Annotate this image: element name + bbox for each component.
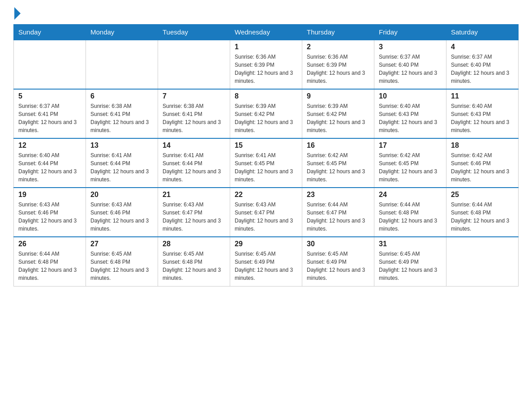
day-number: 22 [235,191,297,199]
day-info: Sunrise: 6:37 AM Sunset: 6:40 PM Dayligh… [451,53,514,85]
day-info: Sunrise: 6:43 AM Sunset: 6:46 PM Dayligh… [90,201,153,233]
day-number: 31 [379,240,442,248]
calendar-cell: 18Sunrise: 6:42 AM Sunset: 6:46 PM Dayli… [446,138,519,188]
day-number: 21 [163,191,225,199]
weekday-header-thursday: Thursday [302,25,374,40]
day-info: Sunrise: 6:43 AM Sunset: 6:47 PM Dayligh… [235,201,297,233]
day-info: Sunrise: 6:40 AM Sunset: 6:43 PM Dayligh… [451,102,514,134]
weekday-header-saturday: Saturday [446,25,519,40]
day-number: 29 [235,240,297,248]
calendar-week-row: 26Sunrise: 6:44 AM Sunset: 6:48 PM Dayli… [14,237,519,286]
day-number: 4 [451,43,514,51]
day-info: Sunrise: 6:45 AM Sunset: 6:49 PM Dayligh… [307,250,369,282]
day-number: 26 [18,240,81,248]
calendar-cell: 8Sunrise: 6:39 AM Sunset: 6:42 PM Daylig… [230,89,302,138]
calendar-cell: 14Sunrise: 6:41 AM Sunset: 6:44 PM Dayli… [158,138,230,188]
calendar-cell: 6Sunrise: 6:38 AM Sunset: 6:41 PM Daylig… [86,89,158,138]
calendar-cell: 25Sunrise: 6:44 AM Sunset: 6:48 PM Dayli… [446,188,519,237]
day-info: Sunrise: 6:44 AM Sunset: 6:48 PM Dayligh… [18,250,81,282]
day-number: 24 [379,191,442,199]
calendar-cell [14,40,86,89]
calendar-cell: 10Sunrise: 6:40 AM Sunset: 6:43 PM Dayli… [374,89,446,138]
day-number: 17 [379,141,442,150]
day-info: Sunrise: 6:45 AM Sunset: 6:48 PM Dayligh… [90,250,153,282]
day-number: 13 [90,141,153,150]
calendar-cell: 15Sunrise: 6:41 AM Sunset: 6:45 PM Dayli… [230,138,302,188]
day-info: Sunrise: 6:37 AM Sunset: 6:41 PM Dayligh… [18,102,81,134]
calendar-cell: 30Sunrise: 6:45 AM Sunset: 6:49 PM Dayli… [302,237,374,286]
calendar-cell: 9Sunrise: 6:39 AM Sunset: 6:42 PM Daylig… [302,89,374,138]
day-number: 6 [90,92,153,100]
calendar-cell: 19Sunrise: 6:43 AM Sunset: 6:46 PM Dayli… [14,188,86,237]
calendar-cell: 28Sunrise: 6:45 AM Sunset: 6:48 PM Dayli… [158,237,230,286]
day-info: Sunrise: 6:45 AM Sunset: 6:49 PM Dayligh… [379,250,442,282]
day-info: Sunrise: 6:41 AM Sunset: 6:44 PM Dayligh… [163,151,225,184]
day-info: Sunrise: 6:45 AM Sunset: 6:49 PM Dayligh… [235,250,297,282]
day-info: Sunrise: 6:42 AM Sunset: 6:46 PM Dayligh… [451,151,514,184]
day-number: 7 [163,92,225,100]
calendar-cell: 17Sunrise: 6:42 AM Sunset: 6:45 PM Dayli… [374,138,446,188]
day-info: Sunrise: 6:42 AM Sunset: 6:45 PM Dayligh… [379,151,442,184]
day-info: Sunrise: 6:43 AM Sunset: 6:46 PM Dayligh… [18,201,81,233]
calendar-cell: 12Sunrise: 6:40 AM Sunset: 6:44 PM Dayli… [14,138,86,188]
day-info: Sunrise: 6:41 AM Sunset: 6:44 PM Dayligh… [90,151,153,184]
calendar-cell: 27Sunrise: 6:45 AM Sunset: 6:48 PM Dayli… [86,237,158,286]
day-number: 14 [163,141,225,150]
calendar-cell: 29Sunrise: 6:45 AM Sunset: 6:49 PM Dayli… [230,237,302,286]
calendar-cell: 7Sunrise: 6:38 AM Sunset: 6:41 PM Daylig… [158,89,230,138]
day-info: Sunrise: 6:41 AM Sunset: 6:45 PM Dayligh… [235,151,297,184]
weekday-header-monday: Monday [86,25,158,40]
calendar-cell: 13Sunrise: 6:41 AM Sunset: 6:44 PM Dayli… [86,138,158,188]
day-number: 28 [163,240,225,248]
day-number: 27 [90,240,153,248]
calendar-cell: 23Sunrise: 6:44 AM Sunset: 6:47 PM Dayli… [302,188,374,237]
calendar-table: SundayMondayTuesdayWednesdayThursdayFrid… [13,24,519,287]
day-number: 9 [307,92,369,100]
calendar-week-row: 19Sunrise: 6:43 AM Sunset: 6:46 PM Dayli… [14,188,519,237]
calendar-week-row: 12Sunrise: 6:40 AM Sunset: 6:44 PM Dayli… [14,138,519,188]
calendar-cell: 16Sunrise: 6:42 AM Sunset: 6:45 PM Dayli… [302,138,374,188]
day-info: Sunrise: 6:39 AM Sunset: 6:42 PM Dayligh… [307,102,369,134]
calendar-cell [158,40,230,89]
day-info: Sunrise: 6:44 AM Sunset: 6:48 PM Dayligh… [379,201,442,233]
day-number: 10 [379,92,442,100]
day-info: Sunrise: 6:40 AM Sunset: 6:43 PM Dayligh… [379,102,442,134]
page-header [13,9,519,20]
weekday-header-wednesday: Wednesday [230,25,302,40]
day-number: 23 [307,191,369,199]
day-number: 25 [451,191,514,199]
logo [13,9,21,20]
day-info: Sunrise: 6:36 AM Sunset: 6:39 PM Dayligh… [235,53,297,85]
day-info: Sunrise: 6:40 AM Sunset: 6:44 PM Dayligh… [18,151,81,184]
calendar-cell: 20Sunrise: 6:43 AM Sunset: 6:46 PM Dayli… [86,188,158,237]
calendar-cell: 1Sunrise: 6:36 AM Sunset: 6:39 PM Daylig… [230,40,302,89]
calendar-week-row: 5Sunrise: 6:37 AM Sunset: 6:41 PM Daylig… [14,89,519,138]
day-info: Sunrise: 6:38 AM Sunset: 6:41 PM Dayligh… [163,102,225,134]
day-info: Sunrise: 6:44 AM Sunset: 6:47 PM Dayligh… [307,201,369,233]
calendar-cell: 4Sunrise: 6:37 AM Sunset: 6:40 PM Daylig… [446,40,519,89]
day-number: 5 [18,92,81,100]
calendar-cell: 5Sunrise: 6:37 AM Sunset: 6:41 PM Daylig… [14,89,86,138]
calendar-cell: 2Sunrise: 6:36 AM Sunset: 6:39 PM Daylig… [302,40,374,89]
weekday-header-row: SundayMondayTuesdayWednesdayThursdayFrid… [14,25,519,40]
calendar-cell [86,40,158,89]
day-number: 3 [379,43,442,51]
calendar-week-row: 1Sunrise: 6:36 AM Sunset: 6:39 PM Daylig… [14,40,519,89]
calendar-cell: 26Sunrise: 6:44 AM Sunset: 6:48 PM Dayli… [14,237,86,286]
calendar-cell: 31Sunrise: 6:45 AM Sunset: 6:49 PM Dayli… [374,237,446,286]
calendar-cell: 21Sunrise: 6:43 AM Sunset: 6:47 PM Dayli… [158,188,230,237]
day-number: 2 [307,43,369,51]
day-number: 11 [451,92,514,100]
day-number: 20 [90,191,153,199]
day-info: Sunrise: 6:37 AM Sunset: 6:40 PM Dayligh… [379,53,442,85]
day-number: 15 [235,141,297,150]
calendar-cell: 24Sunrise: 6:44 AM Sunset: 6:48 PM Dayli… [374,188,446,237]
day-number: 30 [307,240,369,248]
day-info: Sunrise: 6:45 AM Sunset: 6:48 PM Dayligh… [163,250,225,282]
logo-arrow-icon [14,7,21,20]
day-number: 16 [307,141,369,150]
calendar-cell: 3Sunrise: 6:37 AM Sunset: 6:40 PM Daylig… [374,40,446,89]
weekday-header-friday: Friday [374,25,446,40]
calendar-cell: 11Sunrise: 6:40 AM Sunset: 6:43 PM Dayli… [446,89,519,138]
day-info: Sunrise: 6:39 AM Sunset: 6:42 PM Dayligh… [235,102,297,134]
